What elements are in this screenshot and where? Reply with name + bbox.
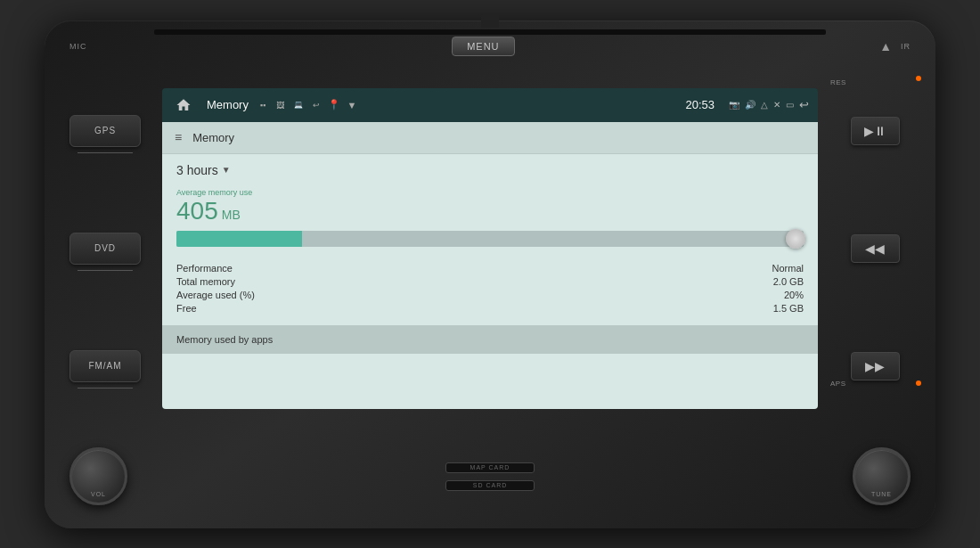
avg-used-value: 20% <box>784 290 804 300</box>
res-indicator-dot <box>916 76 921 81</box>
camera-icon: 📷 <box>729 100 739 110</box>
volume-icon: 🔊 <box>745 100 755 110</box>
progress-thumb[interactable] <box>786 229 805 249</box>
app-header: ≡ Memory <box>162 122 818 154</box>
cd-slot <box>154 29 826 35</box>
dvd-button[interactable]: DVD <box>69 233 141 265</box>
avg-used-label: Average used (%) <box>176 290 255 300</box>
time-selector: 3 hours ▼ <box>162 154 818 183</box>
prev-button[interactable]: ◀◀ <box>851 234 900 263</box>
performance-value: Normal <box>772 263 804 274</box>
performance-label: Performance <box>176 263 233 274</box>
vol-label: VOL <box>91 491 106 497</box>
next-icon: ▶▶ <box>865 359 885 373</box>
rect-icon: ▭ <box>786 100 794 110</box>
memory-unit: MB <box>222 208 241 222</box>
memory-apps-label: Memory used by apps <box>176 334 273 345</box>
memory-number: 405 <box>176 199 218 224</box>
triangle-icon: △ <box>761 100 768 110</box>
aps-indicator-dot <box>916 380 921 386</box>
fmam-button[interactable]: FM/AM <box>69 350 141 382</box>
total-value: 2.0 GB <box>773 276 804 287</box>
card-slots: MAP CARD SD CARD <box>445 462 535 491</box>
status-icon-photo: 🖼 <box>274 98 288 112</box>
memory-stats: Average memory use 405 MB <box>162 183 818 254</box>
nav-back-icon[interactable]: ↩ <box>799 98 809 111</box>
info-rows: Performance Normal Total memory 2.0 GB A… <box>162 254 818 322</box>
middle-section: GPS DVD FM/AM Memory ▪▪ 🖼 💻 ↩ 📍 <box>52 65 928 432</box>
map-card-label: MAP CARD <box>470 464 510 470</box>
time-filter-value: 3 hours <box>176 163 218 177</box>
status-bar: Memory ▪▪ 🖼 💻 ↩ 📍 ▼ 20:53 📷 🔊 △ ✕ ▭ ↩ <box>162 88 818 122</box>
x-icon: ✕ <box>773 100 780 110</box>
bottom-area: VOL MAP CARD SD CARD TUNE <box>52 432 928 521</box>
res-label: RES <box>830 78 846 86</box>
map-card-slot[interactable]: MAP CARD <box>445 462 535 473</box>
total-label: Total memory <box>176 276 235 287</box>
antenna <box>481 13 499 28</box>
right-controls: RES ▶⏸ ◀◀ ▶▶ APS <box>821 65 928 432</box>
status-time: 20:53 <box>685 98 715 111</box>
screen-area: Memory ▪▪ 🖼 💻 ↩ 📍 ▼ 20:53 📷 🔊 △ ✕ ▭ ↩ <box>162 88 818 409</box>
sd-card-label: SD CARD <box>473 482 508 488</box>
vol-knob[interactable]: VOL <box>69 447 127 505</box>
free-label: Free <box>176 303 197 314</box>
hamburger-icon[interactable]: ≡ <box>175 130 182 144</box>
status-bar-title: Memory <box>207 98 249 111</box>
tune-knob[interactable]: TUNE <box>853 447 911 505</box>
gps-button[interactable]: GPS <box>69 115 141 147</box>
eject-area: ▲ IR <box>879 39 911 53</box>
next-button[interactable]: ▶▶ <box>851 352 900 380</box>
status-icon-back: ↩ <box>309 98 323 112</box>
app-content: ≡ Memory 3 hours ▼ Average memory use 40… <box>162 122 818 409</box>
info-row-performance: Performance Normal <box>176 263 804 274</box>
ir-label: IR <box>901 42 911 51</box>
time-dropdown[interactable]: 3 hours ▼ <box>176 163 231 177</box>
aps-label: APS <box>830 380 846 388</box>
dropdown-arrow-icon: ▼ <box>222 165 231 175</box>
status-icon-pc: 💻 <box>291 98 306 112</box>
info-row-free: Free 1.5 GB <box>176 303 804 314</box>
status-icon-loc: 📍 <box>327 98 341 112</box>
memory-progress-bar <box>176 231 804 247</box>
prev-icon: ◀◀ <box>865 241 885 256</box>
status-icon-apps: ▪▪ <box>256 98 270 112</box>
status-right-icons: 📷 🔊 △ ✕ ▭ ↩ <box>729 98 809 111</box>
play-pause-button[interactable]: ▶⏸ <box>851 117 900 145</box>
play-pause-icon: ▶⏸ <box>864 124 886 138</box>
sd-card-slot[interactable]: SD CARD <box>445 480 535 491</box>
memory-apps-bar[interactable]: Memory used by apps <box>162 325 818 354</box>
top-bar: MIC MENU ▲ IR <box>52 28 928 65</box>
tune-label: TUNE <box>871 491 892 497</box>
info-row-total: Total memory 2.0 GB <box>176 276 804 287</box>
home-icon[interactable] <box>171 93 196 118</box>
info-row-avg-used: Average used (%) 20% <box>176 290 804 300</box>
app-header-title: Memory <box>192 131 234 144</box>
status-icon-wifi: ▼ <box>345 98 359 112</box>
car-unit: MIC MENU ▲ IR GPS DVD FM/AM Memory <box>45 20 935 528</box>
left-controls: GPS DVD FM/AM <box>52 65 159 432</box>
free-value: 1.5 GB <box>773 303 804 314</box>
eject-icon[interactable]: ▲ <box>879 39 892 53</box>
menu-button[interactable]: MENU <box>452 37 514 56</box>
status-icons: ▪▪ 🖼 💻 ↩ 📍 ▼ <box>256 98 679 112</box>
mic-label: MIC <box>69 42 87 51</box>
avg-label: Average memory use <box>176 188 804 197</box>
memory-value-display: 405 MB <box>176 199 804 224</box>
progress-fill <box>176 231 302 247</box>
